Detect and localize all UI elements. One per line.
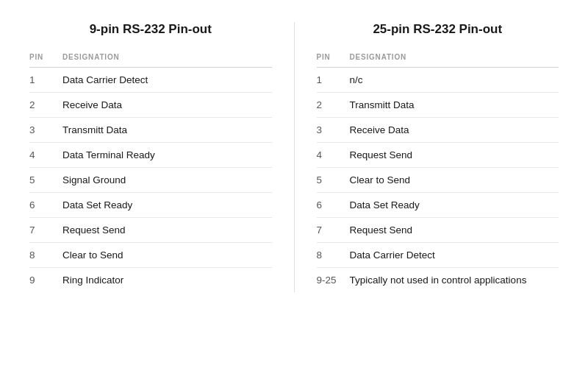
- table-row: 1 n/c: [317, 68, 559, 93]
- pin-designation: n/c: [350, 68, 559, 93]
- table-row: 4 Data Terminal Ready: [29, 143, 272, 168]
- table-row: 2 Receive Data: [29, 93, 272, 118]
- pin-designation: Data Carrier Detect: [62, 68, 272, 93]
- pin-number: 2: [317, 93, 350, 118]
- pin-number: 1: [317, 68, 350, 93]
- table-row: 6 Data Set Ready: [317, 193, 559, 218]
- pin-designation: Transmitt Data: [350, 93, 559, 118]
- pin-designation: Request Send: [350, 143, 559, 168]
- table-row: 7 Request Send: [317, 218, 559, 243]
- pin-designation: Data Set Ready: [350, 193, 559, 218]
- pin-designation: Typically not used in control applicatio…: [350, 268, 559, 293]
- pin-number: 2: [29, 93, 62, 118]
- pin-designation: Receive Data: [62, 93, 272, 118]
- table-row: 8 Data Carrier Detect: [317, 243, 559, 268]
- pin-number: 4: [317, 143, 350, 168]
- table-row: 8 Clear to Send: [29, 243, 272, 268]
- pin-designation: Signal Ground: [62, 168, 272, 193]
- right-table-section: 25-pin RS-232 Pin-out PIN DESIGNATION 1 …: [302, 22, 574, 292]
- left-col-designation-header: DESIGNATION: [62, 53, 272, 68]
- table-row: 5 Signal Ground: [29, 168, 272, 193]
- pin-number: 4: [29, 143, 62, 168]
- pin-designation: Transmitt Data: [62, 118, 272, 143]
- pin-number: 5: [317, 168, 350, 193]
- left-table-section: 9-pin RS-232 Pin-out PIN DESIGNATION 1 D…: [15, 22, 287, 292]
- table-row: 2 Transmitt Data: [317, 93, 559, 118]
- left-pin-table: PIN DESIGNATION 1 Data Carrier Detect 2 …: [29, 53, 272, 292]
- pin-designation: Ring Indicator: [62, 268, 272, 293]
- main-container: 9-pin RS-232 Pin-out PIN DESIGNATION 1 D…: [15, 22, 573, 292]
- table-divider: [294, 22, 295, 292]
- right-pin-table: PIN DESIGNATION 1 n/c 2 Transmitt Data 3…: [317, 53, 559, 292]
- pin-designation: Clear to Send: [62, 243, 272, 268]
- pin-number: 8: [317, 243, 350, 268]
- pin-designation: Data Terminal Ready: [62, 143, 272, 168]
- table-row: 1 Data Carrier Detect: [29, 68, 272, 93]
- pin-number: 3: [29, 118, 62, 143]
- pin-number: 1: [29, 68, 62, 93]
- pin-number: 5: [29, 168, 62, 193]
- right-col-designation-header: DESIGNATION: [350, 53, 559, 68]
- pin-number: 3: [317, 118, 350, 143]
- pin-number: 7: [317, 218, 350, 243]
- table-row: 3 Transmitt Data: [29, 118, 272, 143]
- left-table-title: 9-pin RS-232 Pin-out: [29, 22, 272, 37]
- right-table-title: 25-pin RS-232 Pin-out: [317, 22, 559, 37]
- pin-designation: Request Send: [62, 218, 272, 243]
- pin-number: 6: [317, 193, 350, 218]
- table-row: 6 Data Set Ready: [29, 193, 272, 218]
- table-row: 7 Request Send: [29, 218, 272, 243]
- table-row: 9-25 Typically not used in control appli…: [317, 268, 559, 293]
- pin-designation: Data Set Ready: [62, 193, 272, 218]
- pin-number: 9: [29, 268, 62, 293]
- right-col-pin-header: PIN: [317, 53, 350, 68]
- pin-designation: Receive Data: [350, 118, 559, 143]
- pin-number: 7: [29, 218, 62, 243]
- pin-number: 6: [29, 193, 62, 218]
- pin-number: 8: [29, 243, 62, 268]
- pin-designation: Request Send: [350, 218, 559, 243]
- table-row: 5 Clear to Send: [317, 168, 559, 193]
- pin-designation: Data Carrier Detect: [350, 243, 559, 268]
- table-row: 4 Request Send: [317, 143, 559, 168]
- table-row: 3 Receive Data: [317, 118, 559, 143]
- pin-designation: Clear to Send: [350, 168, 559, 193]
- pin-number: 9-25: [317, 268, 350, 293]
- table-row: 9 Ring Indicator: [29, 268, 272, 293]
- left-col-pin-header: PIN: [29, 53, 62, 68]
